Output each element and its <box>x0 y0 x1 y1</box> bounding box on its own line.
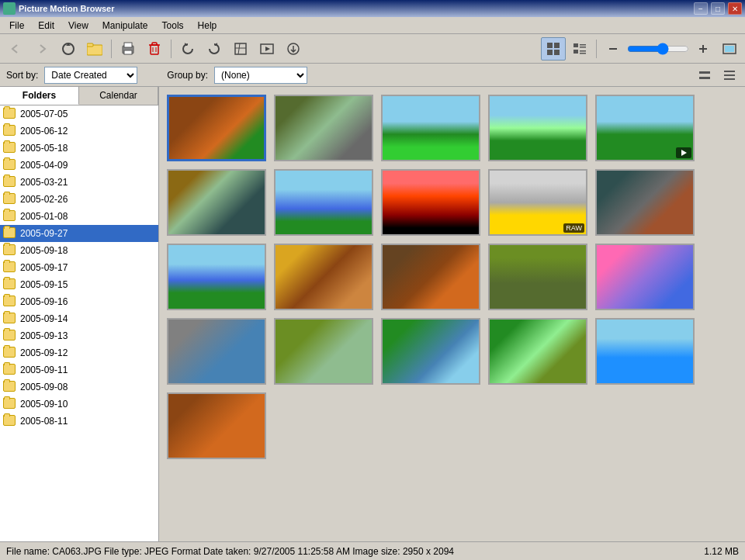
folder-item[interactable]: 2005-09-16 <box>0 293 158 310</box>
zoom-in-button[interactable] <box>691 37 716 60</box>
thumbnail-area[interactable]: RAW <box>159 87 745 541</box>
folder-name: 2005-01-08 <box>20 211 68 222</box>
folder-item[interactable]: 2005-02-26 <box>0 191 158 208</box>
folder-icon <box>3 415 17 427</box>
toolbar-separator-2 <box>171 40 172 58</box>
menu-file[interactable]: File <box>3 19 30 33</box>
tab-folders[interactable]: Folders <box>0 87 79 105</box>
menu-edit[interactable]: Edit <box>32 19 61 33</box>
folder-icon <box>3 210 17 223</box>
folder-item[interactable]: 2005-09-17 <box>0 259 158 276</box>
menu-manipulate[interactable]: Manipulate <box>96 19 154 33</box>
minimize-button[interactable]: − <box>694 2 708 15</box>
rotate-left-button[interactable] <box>175 37 200 60</box>
svg-rect-28 <box>702 45 704 53</box>
folder-item[interactable]: 2005-09-27 <box>0 225 158 242</box>
folder-name: 2005-09-08 <box>20 382 68 392</box>
folder-item[interactable]: 2005-01-08 <box>0 208 158 225</box>
folder-icon <box>3 176 17 188</box>
folder-item[interactable]: 2005-09-18 <box>0 242 158 259</box>
zoom-out-button[interactable] <box>601 37 625 60</box>
folder-name: 2005-05-18 <box>20 143 68 154</box>
thumbnail-item[interactable] <box>167 318 266 385</box>
thumbnail-item[interactable] <box>595 244 695 310</box>
folder-item[interactable]: 2005-09-08 <box>0 379 158 396</box>
rotate-left-icon <box>181 42 195 56</box>
thumbnail-item[interactable] <box>381 169 480 236</box>
thumbnail-item[interactable] <box>274 244 373 310</box>
thumbnail-item[interactable] <box>595 95 695 161</box>
group-select[interactable]: (None) Date Folder <box>214 67 307 84</box>
svg-rect-24 <box>580 50 586 52</box>
thumbnail-item[interactable] <box>488 244 587 310</box>
thumbnail-item[interactable] <box>167 244 266 310</box>
svg-rect-22 <box>580 47 586 48</box>
thumbnail-grid: RAW <box>167 95 737 459</box>
fullscreen-button[interactable] <box>717 37 742 60</box>
thumbnail-item[interactable] <box>274 318 373 385</box>
thumbnail-item[interactable] <box>274 95 373 161</box>
folder-name: 2005-09-15 <box>20 279 68 290</box>
tab-calendar[interactable]: Calendar <box>79 87 158 105</box>
content-area: RAW <box>159 87 745 541</box>
thumbnail-item[interactable] <box>381 244 480 310</box>
list-view-button[interactable] <box>567 37 592 60</box>
folder-item[interactable]: 2005-09-10 <box>0 396 158 413</box>
thumbnail-item[interactable] <box>381 318 480 385</box>
menu-help[interactable]: Help <box>192 19 224 33</box>
forward-button[interactable] <box>29 37 54 60</box>
folder-icon <box>3 244 17 257</box>
refresh-button[interactable] <box>56 37 81 60</box>
thumbnail-item[interactable] <box>167 169 266 236</box>
collapse-button[interactable] <box>720 67 739 84</box>
folder-item[interactable]: 2005-03-21 <box>0 174 158 191</box>
folder-item[interactable]: 2005-09-11 <box>0 361 158 379</box>
folder-item[interactable]: 2005-09-14 <box>0 310 158 327</box>
folder-icon <box>3 227 17 240</box>
thumbnail-item[interactable] <box>167 95 266 161</box>
thumbnail-item[interactable] <box>488 95 587 161</box>
folder-item[interactable]: 2005-04-09 <box>0 157 158 174</box>
grid-view-button[interactable] <box>541 37 566 60</box>
delete-button[interactable] <box>142 37 167 60</box>
thumbnail-item[interactable] <box>274 169 373 236</box>
menu-tools[interactable]: Tools <box>156 19 190 33</box>
zoom-slider[interactable] <box>627 43 689 55</box>
expand-button[interactable] <box>695 67 714 84</box>
folder-item[interactable]: 2005-05-18 <box>0 140 158 157</box>
print-button[interactable] <box>116 37 140 60</box>
thumbnail-item[interactable] <box>167 392 266 459</box>
folder-icon <box>3 278 17 291</box>
thumbnail-item[interactable] <box>595 318 695 385</box>
folder-button[interactable] <box>82 37 107 60</box>
slideshow-icon <box>260 42 274 56</box>
list-view-icon <box>573 42 587 56</box>
edit-button[interactable] <box>228 37 253 60</box>
folder-name: 2005-04-09 <box>20 160 68 171</box>
folder-item[interactable]: 2005-06-12 <box>0 123 158 140</box>
close-button[interactable]: ✕ <box>728 2 742 15</box>
menu-view[interactable]: View <box>62 19 95 33</box>
folder-name: 2005-09-10 <box>20 399 68 410</box>
grid-view-icon <box>546 42 560 56</box>
thumbnail-item[interactable] <box>488 318 587 385</box>
thumbnail-item[interactable]: RAW <box>488 169 587 236</box>
slide-button[interactable] <box>255 37 279 60</box>
sort-select[interactable]: Date Created File Name File Size Date Mo… <box>44 67 137 84</box>
folder-item[interactable]: 2005-07-05 <box>0 105 158 123</box>
folder-item[interactable]: 2005-09-15 <box>0 276 158 293</box>
folder-icon <box>3 364 17 376</box>
folder-item[interactable]: 2005-09-12 <box>0 344 158 361</box>
maximize-button[interactable]: □ <box>711 2 725 15</box>
rotate-right-button[interactable] <box>202 37 227 60</box>
expand-icon <box>699 71 710 79</box>
folder-item[interactable]: 2005-08-11 <box>0 413 158 430</box>
raw-badge: RAW <box>563 223 584 233</box>
back-button[interactable] <box>3 37 28 60</box>
thumbnail-item[interactable] <box>595 169 695 236</box>
thumbnail-item[interactable] <box>381 95 480 161</box>
export-button[interactable] <box>281 37 306 60</box>
folder-item[interactable]: 2005-09-13 <box>0 327 158 344</box>
folder-icon <box>3 142 17 154</box>
folder-name: 2005-09-16 <box>20 296 68 307</box>
